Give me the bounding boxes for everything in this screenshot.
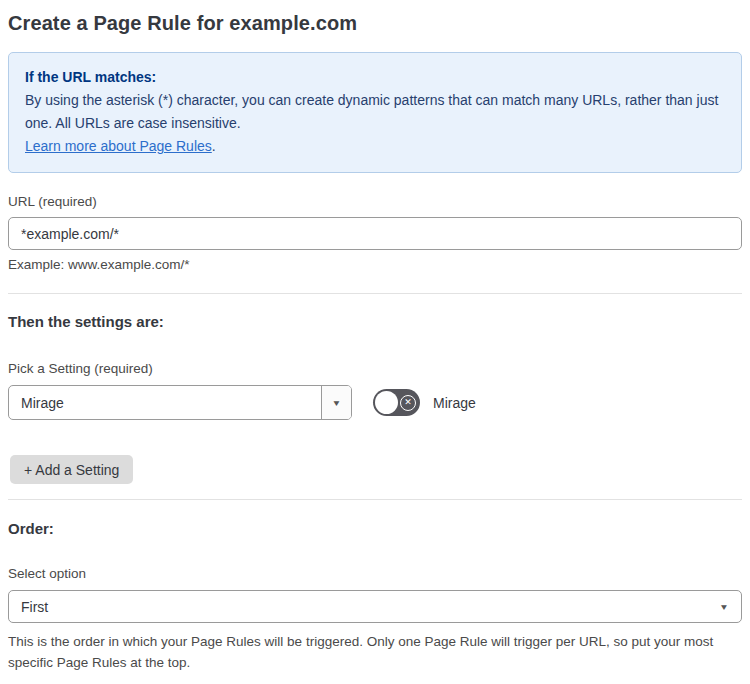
order-select-value: First [21,599,48,615]
setting-select[interactable]: Mirage ▼ [8,385,352,420]
setting-picker-label: Pick a Setting (required) [8,361,742,376]
section-divider [8,293,742,294]
url-helper-text: Example: www.example.com/* [8,257,742,272]
mirage-toggle[interactable]: ✕ [373,389,420,416]
info-box-body: By using the asterisk (*) character, you… [25,89,725,135]
setting-select-value: Mirage [9,386,321,419]
chevron-down-icon: ▼ [332,398,342,407]
link-suffix: . [212,138,216,154]
setting-row: Mirage ▼ ✕ Mirage [8,385,742,420]
toggle-label: Mirage [433,395,476,411]
page-title: Create a Page Rule for example.com [8,12,742,35]
order-helper-text: This is the order in which your Page Rul… [8,631,728,673]
add-setting-button[interactable]: + Add a Setting [10,455,133,484]
order-select[interactable]: First ▼ [8,590,742,623]
info-box-heading: If the URL matches: [25,66,725,89]
learn-more-link[interactable]: Learn more about Page Rules [25,138,212,154]
chevron-down-icon: ▼ [719,602,729,611]
url-match-info-box: If the URL matches: By using the asteris… [8,52,742,173]
url-field-label: URL (required) [8,194,742,209]
page-rule-form: Create a Page Rule for example.com If th… [0,0,750,684]
info-box-link-line: Learn more about Page Rules. [25,135,725,158]
settings-section-heading: Then the settings are: [8,313,742,330]
toggle-knob [375,391,398,414]
section-divider [8,499,742,500]
setting-select-caret-button[interactable]: ▼ [321,386,351,419]
order-section-heading: Order: [8,520,742,537]
url-input[interactable] [8,217,742,250]
order-select-label: Select option [8,566,742,581]
toggle-off-x-icon: ✕ [400,395,416,411]
